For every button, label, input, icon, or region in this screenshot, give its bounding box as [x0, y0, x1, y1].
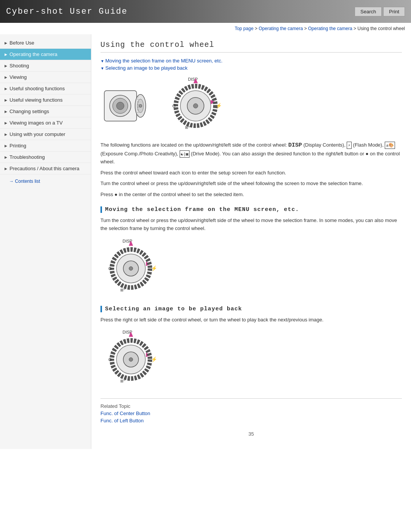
sidebar-label: Operating the camera — [10, 51, 57, 57]
svg-text:⚡: ⚡ — [151, 356, 158, 363]
svg-text:⊞⁺: ⊞⁺ — [120, 288, 125, 292]
page-number: 35 — [100, 431, 402, 443]
arrow-icon: ▶ — [5, 110, 7, 113]
sidebar-item-viewing[interactable]: ▶ Viewing — [0, 72, 91, 83]
breadcrumb-operating1[interactable]: Operating the camera — [259, 26, 303, 31]
playback-wheel-diagram: DISP ⊙ ⊞⁺ ⚡ — [100, 328, 402, 389]
sidebar-item-changing-settings[interactable]: ▶ Changing settings — [0, 106, 91, 117]
related-topic: Related Topic Func. of Center Button Fun… — [100, 398, 402, 423]
sidebar-label: Useful viewing functions — [10, 97, 62, 103]
svg-point-31 — [129, 267, 133, 270]
sidebar-label: Viewing images on a TV — [10, 120, 63, 126]
sidebar-label: Viewing — [10, 74, 27, 80]
arrow-icon: ▶ — [5, 41, 7, 45]
arrow-icon: ▶ — [5, 75, 7, 79]
related-link-left[interactable]: Func. of Left Button — [100, 418, 402, 423]
sidebar-item-before-use[interactable]: ▶ Before Use — [0, 37, 91, 49]
breadcrumb-top[interactable]: Top page — [235, 26, 253, 31]
menu-wheel-svg: DISP ⊙ ⊞⁺ ⚡ — [100, 237, 161, 298]
body-paragraph-2: Press the control wheel toward each icon… — [100, 169, 402, 177]
sidebar-label: Changing settings — [10, 109, 49, 114]
arrow-icon: ▶ — [5, 53, 7, 56]
sidebar-label: Before Use — [10, 40, 34, 46]
layout: ▶ Before Use ▶ Operating the camera ▶ Sh… — [0, 34, 411, 449]
svg-text:⊞⁺: ⊞⁺ — [185, 125, 190, 129]
sidebar-label: Using with your computer — [10, 131, 65, 137]
body-paragraph-4: Press ● in the center of the control whe… — [100, 191, 402, 199]
sidebar-label: Precautions / About this camera — [10, 166, 80, 171]
related-topic-label: Related Topic — [100, 403, 131, 409]
sidebar-item-troubleshooting[interactable]: ▶ Troubleshooting — [0, 152, 91, 163]
print-button[interactable]: Print — [383, 7, 405, 16]
sidebar-label: Shooting — [10, 63, 29, 69]
sidebar-label: Printing — [10, 143, 26, 149]
svg-point-41 — [129, 358, 133, 361]
arrow-icon: ▶ — [5, 167, 7, 171]
page-title: Using the control wheel — [100, 40, 402, 53]
svg-text:⚡: ⚡ — [216, 102, 222, 109]
sidebar: ▶ Before Use ▶ Operating the camera ▶ Sh… — [0, 34, 91, 449]
sidebar-label: Useful shooting functions — [10, 86, 65, 91]
main-content: Using the control wheel Moving the selec… — [91, 34, 411, 449]
camera-side-svg — [100, 83, 150, 129]
svg-point-21 — [193, 104, 198, 108]
body-paragraph-3: Turn the control wheel or press the up/d… — [100, 180, 402, 188]
arrow-icon: ▶ — [5, 64, 7, 68]
section2-heading: Selecting an image to be played back — [100, 306, 402, 312]
breadcrumb-operating2[interactable]: Operating the camera — [308, 26, 352, 31]
header-buttons: Search Print — [355, 7, 405, 16]
svg-text:⊙: ⊙ — [172, 103, 176, 109]
svg-text:⊙: ⊙ — [108, 357, 112, 362]
breadcrumb: Top page > Operating the camera > Operat… — [0, 23, 411, 34]
svg-text:⊞⁺: ⊞⁺ — [120, 379, 125, 383]
menu-wheel-diagram: DISP ⊙ ⊞⁺ ⚡ — [100, 237, 402, 298]
arrow-icon: ▶ — [5, 121, 7, 125]
svg-point-3 — [116, 102, 124, 110]
svg-text:⊙: ⊙ — [108, 266, 112, 271]
sidebar-item-useful-shooting[interactable]: ▶ Useful shooting functions — [0, 83, 91, 94]
svg-text:⚡: ⚡ — [151, 265, 158, 272]
sidebar-item-shooting[interactable]: ▶ Shooting — [0, 60, 91, 72]
arrow-icon: ▶ — [5, 155, 7, 159]
arrow-icon: ▶ — [5, 133, 7, 136]
section2-body: Press the right or left side of the cont… — [100, 316, 402, 324]
control-wheel-svg: DISP ⊙ ⊞⁺ ⚡ — [158, 75, 234, 136]
app-title: Cyber-shot User Guide — [6, 7, 127, 16]
arrow-icon: ▶ — [5, 144, 7, 148]
body-paragraph-1: The following functions are located on t… — [100, 141, 402, 166]
playback-wheel-svg: DISP ⊙ ⊞⁺ ⚡ — [100, 328, 161, 389]
arrow-icon: ▶ — [5, 87, 7, 91]
sidebar-item-precautions[interactable]: ▶ Precautions / About this camera — [0, 163, 91, 174]
svg-point-14 — [139, 104, 142, 107]
sidebar-item-operating[interactable]: ▶ Operating the camera — [0, 49, 91, 60]
search-button[interactable]: Search — [355, 7, 382, 16]
section1-body: Turn the control wheel or press the up/d… — [100, 217, 402, 233]
breadcrumb-current: Using the control wheel — [357, 26, 405, 31]
section-link-1[interactable]: Moving the selection frame on the MENU s… — [100, 58, 402, 64]
control-wheel-diagram-combined: DISP ⊙ ⊞⁺ ⚡ — [100, 75, 402, 136]
sidebar-item-printing[interactable]: ▶ Printing — [0, 140, 91, 152]
sidebar-item-computer[interactable]: ▶ Using with your computer — [0, 129, 91, 140]
section-link-2[interactable]: Selecting an image to be played back — [100, 65, 402, 71]
header: Cyber-shot User Guide Search Print — [0, 0, 411, 23]
sidebar-item-viewing-tv[interactable]: ▶ Viewing images on a TV — [0, 117, 91, 129]
section1-heading: Moving the selection frame on the MENU s… — [100, 206, 402, 213]
related-link-center[interactable]: Func. of Center Button — [100, 411, 402, 416]
arrow-icon: ▶ — [5, 98, 7, 102]
sidebar-item-useful-viewing[interactable]: ▶ Useful viewing functions — [0, 94, 91, 106]
contents-list-link[interactable]: Contents list — [5, 175, 45, 185]
sidebar-label: Troubleshooting — [10, 154, 45, 160]
